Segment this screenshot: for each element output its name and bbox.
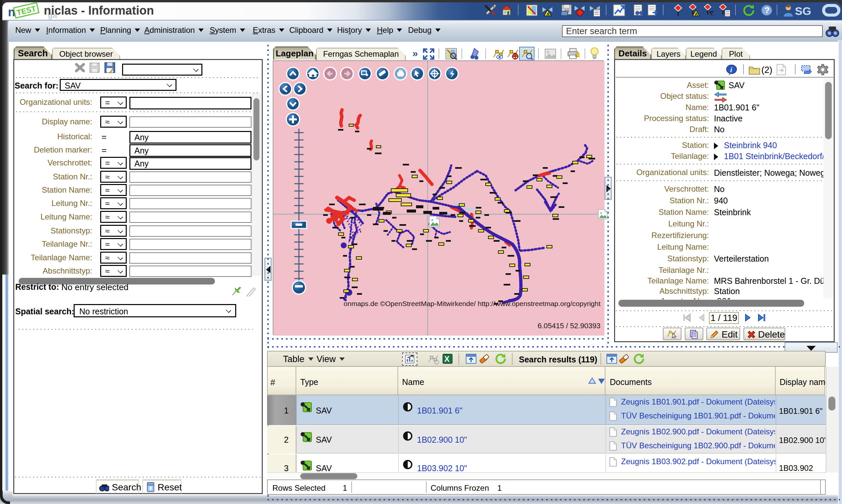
svg-text:A: A — [546, 12, 550, 17]
svg-text:A: A — [695, 12, 698, 17]
svg-text:X: X — [444, 355, 450, 363]
svg-text:?: ? — [765, 5, 770, 15]
